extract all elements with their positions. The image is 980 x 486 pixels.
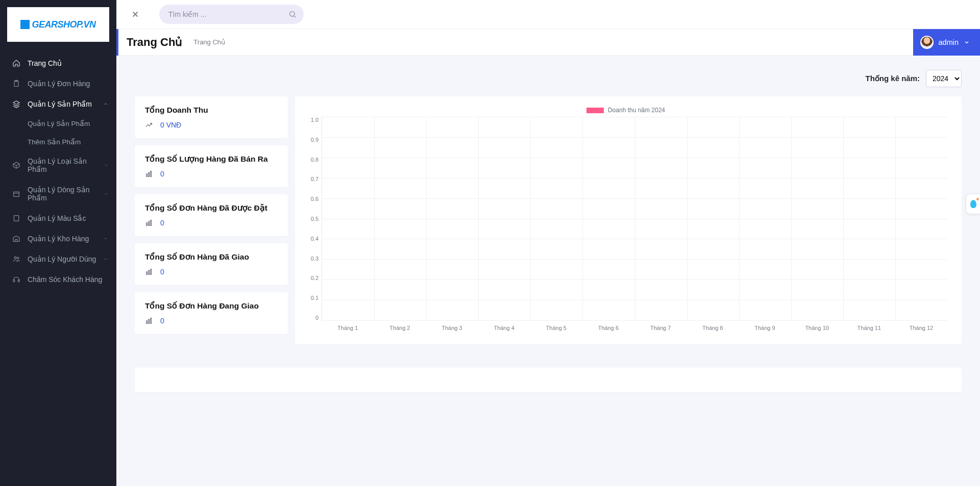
chevron-down-icon xyxy=(964,39,970,45)
card-value: 0 xyxy=(160,219,164,227)
x-tick: Tháng 1 xyxy=(322,321,374,331)
card-metric: 0 xyxy=(145,219,278,227)
y-tick: 0.3 xyxy=(311,255,318,262)
sidebar-item-4[interactable]: Quản Lý Dòng Sản Phẩm xyxy=(0,180,116,208)
card-value: 0 xyxy=(160,317,164,325)
y-tick: 0.2 xyxy=(311,275,318,281)
card-value: 0 xyxy=(160,268,164,276)
card-metric: 0 xyxy=(145,317,278,325)
stats-label: Thống kê năm: xyxy=(865,74,920,83)
x-tick: Tháng 10 xyxy=(791,321,843,331)
user-name: admin xyxy=(939,38,959,46)
package-icon xyxy=(12,190,20,198)
stat-card-3: Tổng Số Đơn Hàng Đã Giao 0 xyxy=(135,243,288,285)
sidebar-item-label: Quản Lý Loại Sản Phẩm xyxy=(28,157,104,173)
svg-rect-18 xyxy=(146,321,148,323)
card-title: Tổng Số Đơn Hàng Đã Giao xyxy=(145,252,278,262)
chart-legend: Doanh thu năm 2024 xyxy=(304,107,947,114)
svg-rect-16 xyxy=(149,270,150,274)
svg-rect-9 xyxy=(146,174,148,176)
breadcrumb: Trang Chủ xyxy=(193,38,225,46)
headset-icon xyxy=(12,275,20,284)
sidebar-subitem-2-1[interactable]: Thêm Sản Phẩm xyxy=(28,133,116,151)
y-tick: 0.9 xyxy=(311,137,318,143)
logo[interactable]: GEARSHOP.VN xyxy=(7,7,109,42)
y-axis: 1.00.90.80.70.60.50.40.30.20.10 xyxy=(304,117,322,321)
accent-bar xyxy=(116,29,118,56)
chevron-down-icon xyxy=(103,257,108,262)
card-metric: 0 VNĐ xyxy=(145,121,278,129)
sidebar-item-8[interactable]: Chăm Sóc Khách Hàng xyxy=(0,269,116,290)
x-tick: Tháng 5 xyxy=(530,321,582,331)
close-icon[interactable] xyxy=(131,10,140,19)
box-icon xyxy=(12,161,20,169)
search-input[interactable] xyxy=(159,5,304,24)
search-icon xyxy=(288,10,297,18)
stat-card-4: Tổng Số Đơn Hàng Đang Giao 0 xyxy=(135,292,288,334)
x-tick: Tháng 4 xyxy=(478,321,530,331)
user-menu[interactable]: admin xyxy=(913,29,981,56)
sidebar-item-7[interactable]: Quản Lý Người Dùng xyxy=(0,249,116,269)
sidebar-item-label: Quản Lý Đơn Hàng xyxy=(28,80,90,88)
svg-point-8 xyxy=(290,12,295,16)
y-tick: 1.0 xyxy=(311,117,318,123)
footer-panel xyxy=(135,368,962,392)
sidebar-item-3[interactable]: Quản Lý Loại Sản Phẩm xyxy=(0,151,116,180)
users-icon xyxy=(12,255,20,263)
svg-rect-12 xyxy=(146,223,148,225)
legend-label: Doanh thu năm 2024 xyxy=(608,107,665,114)
svg-rect-13 xyxy=(149,221,150,225)
bar-icon xyxy=(145,219,153,227)
sidebar-item-2[interactable]: Quản Lý Sản Phẩm xyxy=(0,94,116,114)
logo-icon xyxy=(20,20,30,29)
y-tick: 0.5 xyxy=(311,216,318,222)
x-tick: Tháng 11 xyxy=(843,321,895,331)
sidebar-item-5[interactable]: Quản Lý Màu Sắc xyxy=(0,208,116,228)
logo-text: GEARSHOP.VN xyxy=(32,19,95,30)
y-tick: 0.8 xyxy=(311,157,318,163)
chevron-down-icon xyxy=(103,236,108,241)
sidebar: GEARSHOP.VN Trang ChủQuản Lý Đơn HàngQuả… xyxy=(0,0,116,486)
stats-filter: Thống kê năm: 2024 xyxy=(135,70,962,87)
y-tick: 0.4 xyxy=(311,236,318,242)
svg-rect-7 xyxy=(18,280,19,282)
search-button[interactable] xyxy=(284,6,301,22)
legend-swatch xyxy=(586,108,604,113)
theme-widget[interactable] xyxy=(966,194,980,214)
stat-card-0: Tổng Doanh Thu 0 VNĐ xyxy=(135,96,288,138)
card-metric: 0 xyxy=(145,268,278,276)
year-select[interactable]: 2024 xyxy=(926,70,962,87)
sidebar-item-label: Quản Lý Màu Sắc xyxy=(28,214,86,222)
svg-rect-2 xyxy=(14,192,19,196)
x-tick: Tháng 3 xyxy=(426,321,478,331)
main: Trang Chủ Trang Chủ admin Thống kê năm: … xyxy=(116,0,980,486)
y-tick: 0.1 xyxy=(311,295,318,301)
sidebar-subitem-2-0[interactable]: Quản Lý Sản Phẩm xyxy=(28,114,116,133)
sidebar-item-6[interactable]: Quản Lý Kho Hàng xyxy=(0,228,116,249)
sidebar-item-1[interactable]: Quản Lý Đơn Hàng xyxy=(0,73,116,94)
stat-cards: Tổng Doanh Thu 0 VNĐ Tổng Số Lượng Hàng … xyxy=(135,96,288,334)
x-tick: Tháng 2 xyxy=(374,321,426,331)
topbar xyxy=(116,0,980,29)
svg-point-4 xyxy=(14,257,16,259)
chart-plot: 1.00.90.80.70.60.50.40.30.20.10 xyxy=(304,117,947,321)
card-value: 0 VNĐ xyxy=(160,121,181,129)
x-tick: Tháng 7 xyxy=(634,321,687,331)
card-title: Tổng Số Lượng Hàng Đã Bán Ra xyxy=(145,155,278,164)
card-title: Tổng Số Đơn Hàng Đang Giao xyxy=(145,301,278,311)
clipboard-icon xyxy=(12,80,20,88)
card-title: Tổng Doanh Thu xyxy=(145,106,278,115)
bar-icon xyxy=(145,317,153,325)
stat-card-2: Tổng Số Đơn Hàng Đã Được Đặt 0 xyxy=(135,194,288,236)
svg-rect-11 xyxy=(151,171,152,177)
page-title: Trang Chủ xyxy=(127,36,182,49)
sidebar-item-0[interactable]: Trang Chủ xyxy=(0,53,116,73)
y-tick: 0.7 xyxy=(311,176,318,182)
x-tick: Tháng 9 xyxy=(739,321,791,331)
chevron-down-icon xyxy=(104,163,108,168)
warehouse-icon xyxy=(12,235,20,243)
svg-rect-15 xyxy=(146,272,148,274)
bar-icon xyxy=(145,268,153,276)
sidebar-item-label: Thêm Sản Phẩm xyxy=(28,138,81,146)
svg-rect-6 xyxy=(13,280,15,282)
